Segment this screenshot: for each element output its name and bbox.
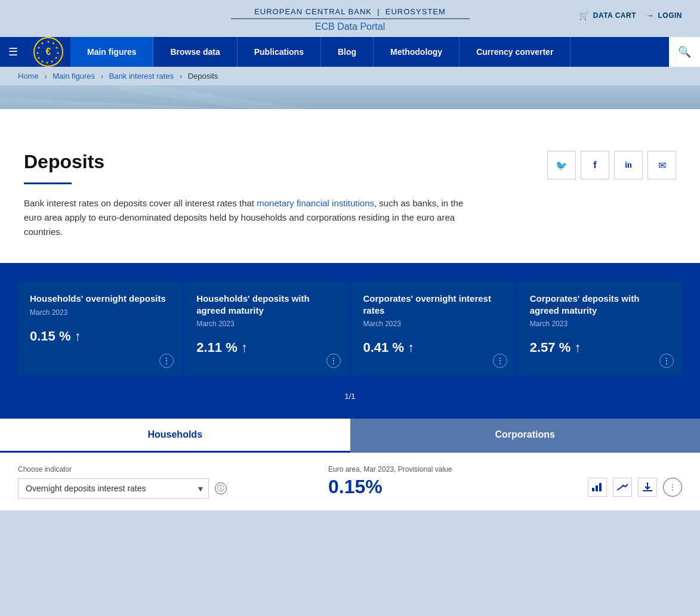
stat-card-2-title: Households' deposits with agreed maturit… [196,293,337,316]
divider [231,18,470,19]
svg-point-8 [47,62,48,64]
stats-grid: Households' overnight deposits March 202… [18,281,682,376]
svg-point-12 [38,47,40,49]
svg-rect-20 [599,483,602,491]
indicator-info-icon[interactable]: ⓘ [215,482,227,494]
stat-card-1-arrow: ↑ [75,329,81,343]
tabs-section: Households Corporations [0,419,700,453]
stat-card-3-more[interactable]: ⋮ [493,354,507,368]
pagination: 1/1 [18,386,682,407]
stat-card-4: Corporates' deposits with agreed maturit… [518,281,682,376]
svg-point-6 [55,57,57,59]
tab-households[interactable]: Households [0,419,350,453]
indicator-actions: ⋮ [588,478,682,497]
hamburger-icon: ☰ [8,45,18,58]
euro-area-value: 0.15% [328,476,383,498]
stat-card-2-arrow: ↑ [241,340,248,355]
hero-svg [0,85,700,133]
svg-point-2 [48,41,50,43]
linkedin-icon: in [625,160,632,170]
logo-area[interactable]: € [26,37,70,67]
stat-card-1-date: March 2023 [30,308,170,317]
breadcrumb: Home › Main figures › Bank interest rate… [0,67,700,85]
email-icon: ✉ [658,160,666,171]
breadcrumb-current: Deposits [188,72,218,81]
breadcrumb-home[interactable]: Home [18,72,39,81]
nav-browse-data[interactable]: Browse data [153,37,237,67]
chart-bar-icon[interactable] [588,478,607,497]
share-email[interactable]: ✉ [647,151,676,179]
indicator-left: Choose indicator Overnight deposits inte… [18,465,304,499]
chart-line-icon[interactable] [613,478,632,497]
svg-rect-19 [596,485,598,491]
stat-card-4-title: Corporates' deposits with agreed maturit… [530,293,670,316]
portal-title: ECB Data Portal [0,21,700,32]
svg-rect-18 [592,488,594,491]
stat-card-3-date: March 2023 [363,320,504,328]
header-nav: ☰ € Main [0,37,700,67]
stat-card-2-more[interactable]: ⋮ [326,354,341,368]
stat-card-2-date: March 2023 [196,320,337,328]
more-options-icon[interactable]: ⋮ [663,478,682,497]
share-facebook[interactable]: f [581,151,609,179]
stat-card-3-value: 0.41 % ↑ [363,340,504,355]
stat-card-1-title: Households' overnight deposits [30,293,170,305]
indicator-section: Choose indicator Overnight deposits inte… [0,453,700,510]
search-button[interactable]: 🔍 [669,37,700,67]
stats-section: Households' overnight deposits March 202… [0,263,700,419]
stat-card-3: Corporates' overnight interest rates Mar… [351,281,516,376]
cart-icon: 🛒 [579,11,590,20]
top-right-actions: 🛒 DATA CART → LOGIN [579,11,682,20]
indicator-select-wrapper: Overnight deposits interest rates [18,478,209,499]
nav-currency-converter[interactable]: Currency converter [460,37,571,67]
stat-card-1-more[interactable]: ⋮ [159,354,174,368]
download-icon[interactable] [638,478,657,497]
search-icon: 🔍 [678,45,691,58]
svg-point-3 [53,42,54,44]
stat-card-3-title: Corporates' overnight interest rates [363,293,504,316]
title-underline [24,182,72,184]
nav-publications[interactable]: Publications [238,37,321,67]
svg-rect-15 [0,85,700,133]
ecb-logo: € [33,37,63,67]
login-button[interactable]: → LOGIN [646,11,682,20]
stat-card-4-arrow: ↑ [574,340,581,355]
svg-point-5 [57,52,59,54]
nav-menu: Main figures Browse data Publications Bl… [70,37,669,67]
stat-card-1: Households' overnight deposits March 202… [18,281,182,376]
stat-card-2: Households' deposits with agreed maturit… [184,281,349,376]
svg-text:€: € [46,47,51,57]
nav-blog[interactable]: Blog [321,37,374,67]
facebook-icon: f [593,160,596,171]
svg-point-7 [51,61,53,63]
share-buttons: 🐦 f in ✉ [547,151,676,179]
svg-point-10 [38,57,40,59]
share-twitter[interactable]: 🐦 [547,151,576,179]
nav-methodology[interactable]: Methodology [374,37,460,67]
hamburger-button[interactable]: ☰ [0,37,26,67]
login-icon: → [646,11,655,20]
share-linkedin[interactable]: in [614,151,643,179]
breadcrumb-main-figures[interactable]: Main figures [53,72,95,81]
svg-point-4 [56,47,58,49]
stat-card-4-value: 2.57 % ↑ [530,340,670,355]
data-cart-button[interactable]: 🛒 DATA CART [579,11,636,20]
euro-area-label: Euro area, Mar 2023, Provisional value [328,465,682,473]
indicator-select[interactable]: Overnight deposits interest rates [18,478,209,499]
tab-corporations[interactable]: Corporations [350,419,701,453]
stat-card-2-value: 2.11 % ↑ [196,340,337,355]
stat-card-4-more[interactable]: ⋮ [659,354,674,368]
stat-card-4-date: March 2023 [530,320,670,328]
svg-point-11 [37,52,39,54]
main-content: Deposits 🐦 f in ✉ Bank interest rates on… [0,133,700,263]
nav-main-figures[interactable]: Main figures [70,37,153,67]
indicator-select-wrap: Overnight deposits interest rates ⓘ [18,478,304,499]
description: Bank interest rates on deposits cover al… [24,196,471,239]
twitter-icon: 🐦 [556,160,568,171]
mfi-link[interactable]: monetary financial institutions [257,198,374,208]
svg-point-13 [42,42,44,44]
tabs-row: Households Corporations [0,419,700,453]
indicator-right: Euro area, Mar 2023, Provisional value 0… [328,465,682,498]
breadcrumb-bank-interest-rates[interactable]: Bank interest rates [109,72,174,81]
svg-point-9 [42,61,44,63]
